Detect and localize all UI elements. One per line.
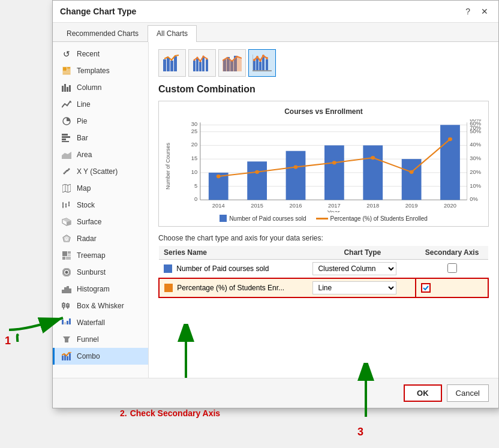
series-row-2: Percentage (%) of Students Enr... Line C…: [159, 278, 488, 297]
svg-rect-7: [64, 84, 66, 92]
label-1: 1: [5, 335, 11, 347]
svg-point-81: [194, 59, 196, 61]
chart-icon-col-line2[interactable]: [188, 49, 216, 77]
sidebar-item-recent[interactable]: ↺ Recent: [53, 46, 148, 62]
sidebar-item-label: Combo: [77, 352, 100, 360]
svg-rect-128: [247, 161, 267, 200]
col-header-series: Series Name: [159, 246, 308, 260]
series-1-chart-type-select[interactable]: Clustered Column Line: [312, 262, 396, 275]
svg-rect-91: [253, 61, 255, 71]
sidebar-item-sunburst[interactable]: Sunburst: [53, 264, 148, 281]
svg-point-85: [206, 58, 208, 60]
sidebar-item-area[interactable]: Area: [53, 146, 148, 163]
cancel-button[interactable]: Cancel: [447, 384, 489, 402]
svg-rect-14: [62, 141, 69, 142]
close-button[interactable]: ✕: [478, 5, 491, 17]
box-icon: [61, 300, 72, 311]
surface-icon: [61, 217, 72, 227]
chart-icon-combo-selected[interactable]: [248, 49, 276, 77]
svg-rect-74: [170, 61, 173, 71]
legend-color-line: [316, 218, 328, 220]
svg-rect-1: [63, 67, 67, 71]
sidebar-item-radar[interactable]: Radar: [53, 230, 148, 247]
svg-text:70%: 70%: [470, 125, 481, 130]
sidebar-item-map[interactable]: Map: [53, 180, 148, 197]
svg-point-138: [293, 165, 297, 169]
chart-icon-col-line[interactable]: [158, 49, 186, 77]
series-1-chart-type-cell: Clustered Column Line: [308, 260, 416, 279]
svg-rect-131: [363, 145, 383, 200]
svg-rect-51: [62, 290, 64, 293]
sidebar-item-label: Line: [77, 100, 91, 109]
svg-point-136: [217, 175, 221, 178]
series-2-chart-type-select[interactable]: Line Clustered Column: [312, 281, 396, 294]
svg-text:10: 10: [191, 169, 198, 175]
sidebar-item-label: Sunburst: [77, 268, 106, 276]
svg-point-140: [371, 156, 375, 160]
svg-rect-133: [440, 125, 460, 200]
sidebar-item-stock[interactable]: Stock: [53, 197, 148, 214]
sidebar-item-label: Templates: [77, 67, 110, 75]
combo-title: Custom Combination: [158, 84, 489, 95]
svg-rect-47: [66, 257, 71, 260]
tab-all-charts[interactable]: All Charts: [148, 25, 197, 42]
legend-color-bar: [220, 215, 227, 222]
svg-rect-11: [62, 134, 68, 136]
svg-rect-73: [167, 58, 170, 71]
sidebar-item-label: Waterfall: [77, 318, 105, 327]
combo-icon: [61, 351, 72, 362]
svg-rect-80: [206, 59, 208, 71]
change-chart-type-dialog: Change Chart Type ? ✕ Recommended Charts…: [52, 0, 499, 408]
svg-rect-95: [266, 59, 268, 71]
svg-rect-9: [69, 85, 71, 92]
svg-rect-2: [67, 67, 70, 69]
svg-rect-44: [68, 251, 71, 254]
svg-marker-15: [62, 152, 71, 159]
svg-text:2018: 2018: [366, 203, 379, 208]
sidebar-item-funnel[interactable]: Funnel: [53, 331, 148, 348]
tabs-bar: Recommended Charts All Charts: [53, 23, 498, 42]
svg-text:2020: 2020: [444, 203, 456, 208]
svg-rect-8: [67, 87, 68, 92]
svg-point-139: [332, 161, 336, 164]
series-2-label: Percentage (%) of Students Enr...: [177, 284, 284, 292]
svg-text:2019: 2019: [405, 203, 418, 208]
svg-rect-63: [62, 320, 64, 324]
svg-point-84: [203, 56, 205, 58]
sidebar-item-pie[interactable]: Pie: [53, 113, 148, 130]
svg-rect-64: [64, 322, 66, 324]
sidebar-item-label: Radar: [77, 234, 97, 243]
help-button[interactable]: ?: [462, 5, 473, 17]
sidebar-item-bar[interactable]: Bar: [53, 130, 148, 146]
line-icon: [61, 99, 72, 110]
series-1-secondary-axis-checkbox[interactable]: [447, 263, 457, 273]
tab-recommended-charts[interactable]: Recommended Charts: [58, 25, 148, 41]
svg-point-142: [448, 137, 452, 141]
svg-rect-46: [62, 257, 65, 260]
chart-svg-area: 0 5 10 15 20 25 30 0% 10% 20: [172, 119, 481, 212]
sidebar-item-box[interactable]: Box & Whisker: [53, 297, 148, 314]
svg-rect-79: [202, 57, 205, 71]
sidebar-item-treemap[interactable]: Treemap: [53, 247, 148, 264]
sidebar-item-surface[interactable]: Surface: [53, 214, 148, 230]
sidebar-item-templates[interactable]: Templates: [53, 62, 148, 79]
sidebar-item-line[interactable]: Line: [53, 96, 148, 113]
svg-text:80%: 80%: [470, 119, 481, 122]
svg-text:2014: 2014: [212, 203, 225, 208]
sidebar-item-column[interactable]: Column: [53, 79, 148, 96]
sidebar-item-combo[interactable]: Combo: [53, 348, 148, 365]
svg-rect-101: [252, 70, 272, 71]
sidebar-item-xy[interactable]: X Y (Scatter): [53, 163, 148, 180]
column-icon: [61, 82, 72, 93]
svg-rect-13: [62, 139, 66, 140]
xy-icon: [61, 166, 72, 177]
ok-button[interactable]: OK: [404, 384, 442, 402]
chart-icon-area[interactable]: [218, 49, 246, 77]
svg-rect-5: [63, 73, 70, 74]
sidebar-item-waterfall[interactable]: Waterfall: [53, 314, 148, 331]
series-2-secondary-axis-checkbox[interactable]: [421, 283, 431, 293]
sidebar-item-histogram[interactable]: Histogram: [53, 281, 148, 297]
svg-rect-78: [199, 62, 202, 71]
sidebar-item-label: Histogram: [77, 285, 110, 293]
stock-icon: [61, 200, 72, 211]
